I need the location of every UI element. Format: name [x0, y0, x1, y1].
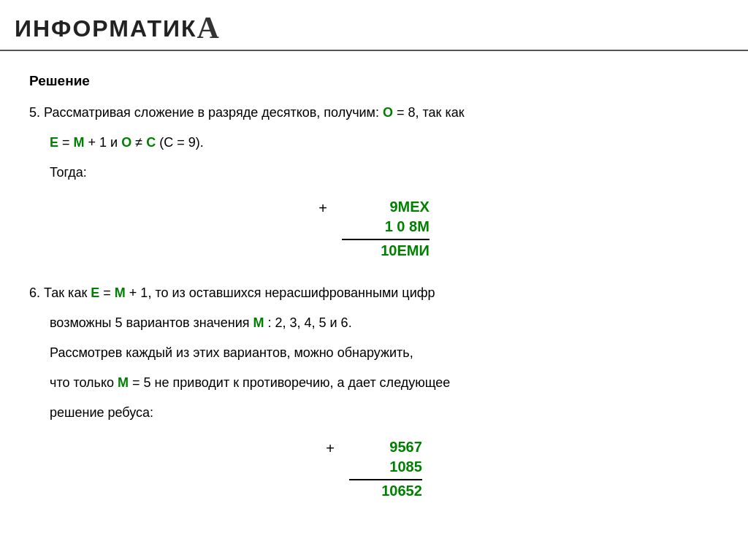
- item-5-line3: Тогда:: [50, 162, 719, 183]
- item-6-line4-end: = 5 не приводит к противоречию, а дает с…: [132, 375, 450, 390]
- item-6-math: + 9567 1085 10652: [29, 437, 719, 499]
- item-6-line1-mid1: =: [103, 285, 111, 300]
- item-6-math-numbers: 9567 1085 10652: [349, 437, 422, 499]
- item-5-number: 5.: [29, 105, 40, 120]
- item-5-math-top: 9МЕХ: [389, 197, 429, 217]
- item-6-line4: что только М = 5 не приводит к противоре…: [50, 372, 719, 394]
- item-5-math-inner: + 9МЕХ 1 0 8М 10ЕМИ: [318, 197, 430, 259]
- section-title: Решение: [29, 73, 719, 89]
- item-6-plus: +: [326, 437, 335, 457]
- item-6-line4-pre: что только: [50, 375, 114, 390]
- header-title-a: А: [196, 11, 220, 45]
- item-5-line2-end: (С = 9).: [159, 135, 204, 150]
- item-5-O1: О: [383, 105, 393, 120]
- item-6-number: 6.: [29, 285, 40, 300]
- item-5-plus: +: [318, 197, 327, 217]
- item-5-line1-mid: = 8, так как: [397, 105, 465, 120]
- item-6-line2: возможны 5 вариантов значения М : 2, 3, …: [50, 312, 719, 334]
- item-6-math-inner: + 9567 1085 10652: [326, 437, 422, 499]
- item-6-line2-end: : 2, 3, 4, 5 и 6.: [268, 315, 352, 330]
- header: ИНФОРМАТИКА: [0, 0, 748, 51]
- item-5-math-mid: 1 0 8М: [385, 217, 430, 237]
- item-5-O2: О: [121, 135, 131, 150]
- item-6-M2: М: [253, 315, 264, 330]
- item-5-C: С: [146, 135, 156, 150]
- item-6-line5: решение ребуса:: [50, 402, 719, 423]
- header-title: ИНФОРМАТИКА: [15, 9, 221, 44]
- item-5-E: Е: [50, 135, 58, 150]
- item-6: 6. Так как Е = М + 1, то из оставшихся н…: [29, 283, 719, 499]
- item-6-M3: М: [118, 375, 129, 390]
- item-6-M: М: [115, 285, 126, 300]
- content-area: Решение 5. Рассматривая сложение в разря…: [0, 51, 748, 539]
- item-6-math-divider: [349, 479, 422, 480]
- item-5-math-divider: [342, 239, 430, 240]
- item-5-math-result: 10ЕМИ: [381, 242, 430, 259]
- item-5: 5. Рассматривая сложение в разряде десят…: [29, 102, 719, 259]
- item-5-math-numbers: 9МЕХ 1 0 8М 10ЕМИ: [342, 197, 430, 259]
- item-5-line1-pre: Рассматривая сложение в разряде десятков…: [44, 105, 379, 120]
- item-5-M: М: [74, 135, 85, 150]
- item-6-math-mid: 1085: [389, 457, 422, 477]
- item-6-line1: 6. Так как Е = М + 1, то из оставшихся н…: [29, 283, 719, 304]
- item-5-math: + 9МЕХ 1 0 8М 10ЕМИ: [29, 197, 719, 259]
- item-6-math-result: 10652: [381, 483, 422, 499]
- item-6-line1-pre: Так как: [44, 285, 87, 300]
- item-5-line2-mid2: + 1 и: [88, 135, 118, 150]
- item-6-E: Е: [91, 285, 99, 300]
- item-5-neq: ≠: [135, 135, 142, 150]
- item-5-line1: 5. Рассматривая сложение в разряде десят…: [29, 102, 719, 123]
- item-5-line2-mid1: =: [62, 135, 70, 150]
- item-6-line2-pre: возможны 5 вариантов значения: [50, 315, 249, 330]
- item-6-math-top: 9567: [389, 437, 422, 457]
- item-5-line2: Е = М + 1 и О ≠ С (С = 9).: [50, 132, 719, 153]
- header-title-text: ИНФОРМАТИК: [15, 15, 196, 42]
- item-6-line1-mid2: + 1, то из оставшихся нерасшифрованными …: [129, 285, 435, 300]
- item-6-line3: Рассмотрев каждый из этих вариантов, мож…: [50, 342, 719, 364]
